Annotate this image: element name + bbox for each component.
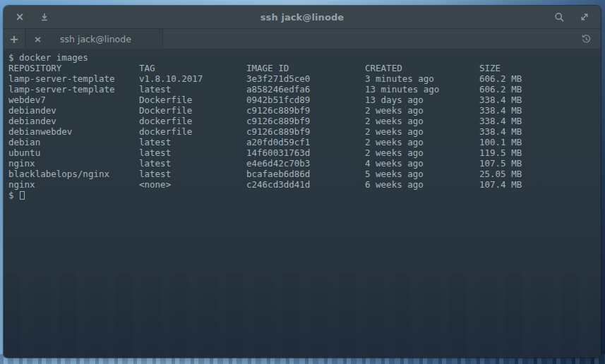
table-cell: 3 minutes ago <box>365 73 479 84</box>
table-cell: 0942b51fcd89 <box>246 95 365 105</box>
table-row: lamp-server-templatelatesta858246edfa613… <box>8 84 598 95</box>
table-cell: webdev7 <box>8 95 139 105</box>
prompt-line: $ <box>8 190 598 200</box>
table-cell: 4 weeks ago <box>365 158 479 169</box>
table-cell: ubuntu <box>8 147 139 158</box>
table-cell: 14f60031763d <box>246 147 365 158</box>
table-cell: 13 days ago <box>365 95 479 105</box>
table-cell: 338.4 MB <box>479 116 598 126</box>
table-cell: lamp-server-template <box>8 84 139 95</box>
maximize-icon <box>580 12 589 22</box>
table-header-row: REPOSITORYTAGIMAGE IDCREATEDSIZE <box>8 63 598 73</box>
table-cell: a20fd0d59cf1 <box>246 137 365 147</box>
table-cell: 338.4 MB <box>479 126 598 137</box>
download-icon <box>40 12 49 22</box>
table-cell: 3e3f271d5ce0 <box>246 73 365 84</box>
terminal-cursor <box>20 191 25 200</box>
table-cell: latest <box>139 137 246 147</box>
table-cell: 2 weeks ago <box>365 137 479 147</box>
table-cell: 107.5 MB <box>479 158 598 169</box>
window-title: ssh jack@linode <box>4 12 601 23</box>
table-cell: 107.4 MB <box>479 179 598 190</box>
new-tab-button[interactable]: + <box>4 29 25 49</box>
table-cell: v1.8.10.2017 <box>139 73 246 84</box>
command-line: $ docker images <box>8 52 598 63</box>
table-cell: 2 weeks ago <box>365 147 479 158</box>
table-cell: latest <box>139 147 246 158</box>
table-cell: c9126c889bf9 <box>246 105 365 116</box>
table-header-cell: CREATED <box>365 63 479 73</box>
table-cell: dockerfile <box>139 126 246 137</box>
table-cell: Dockerfile <box>139 105 246 116</box>
close-icon: × <box>34 34 42 44</box>
table-cell: 13 minutes ago <box>365 84 479 95</box>
table-header-cell: SIZE <box>479 63 598 73</box>
table-cell: nginx <box>8 158 139 169</box>
search-button[interactable] <box>551 9 567 25</box>
table-cell: c246cd3dd41d <box>246 179 365 190</box>
table-cell: 2 weeks ago <box>365 126 479 137</box>
table-cell: Dockerfile <box>139 95 246 105</box>
table-cell: 606.2 MB <box>479 84 598 95</box>
tabbar: + × ssh jack@linode <box>4 29 601 49</box>
table-row: debiandevdockerfilec9126c889bf92 weeks a… <box>8 116 598 126</box>
plus-icon: + <box>9 32 18 46</box>
table-cell: latest <box>139 158 246 169</box>
table-cell: debiandev <box>8 116 139 126</box>
table-cell: e4e6d42c70b3 <box>246 158 365 169</box>
docker-images-table: REPOSITORYTAGIMAGE IDCREATEDSIZElamp-ser… <box>8 63 598 190</box>
table-header-cell: IMAGE ID <box>246 63 365 73</box>
table-row: debianlatesta20fd0d59cf12 weeks ago100.1… <box>8 137 598 147</box>
table-cell: 606.2 MB <box>479 73 598 84</box>
table-cell: c9126c889bf9 <box>246 126 365 137</box>
table-cell: nginx <box>8 179 139 190</box>
table-cell: blacklabelops/nginx <box>8 169 139 179</box>
terminal-window: × ssh jack@linode <box>4 6 601 358</box>
table-cell: debian <box>8 137 139 147</box>
table-row: blacklabelops/nginxlatestbcafaeb6d86d5 w… <box>8 169 598 179</box>
table-cell: 119.5 MB <box>479 147 598 158</box>
table-row: debianwebdevdockerfilec9126c889bf92 week… <box>8 126 598 137</box>
history-icon <box>581 34 592 44</box>
table-cell: debiandev <box>8 105 139 116</box>
table-cell: 6 weeks ago <box>365 179 479 190</box>
table-cell: 2 weeks ago <box>365 116 479 126</box>
table-cell: 100.1 MB <box>479 137 598 147</box>
table-cell: c9126c889bf9 <box>246 116 365 126</box>
history-button[interactable] <box>578 31 594 47</box>
table-cell: a858246edfa6 <box>246 84 365 95</box>
table-cell: latest <box>139 84 246 95</box>
table-header-cell: TAG <box>139 63 246 73</box>
table-cell: <none> <box>139 179 246 190</box>
table-cell: debianwebdev <box>8 126 139 137</box>
table-row: debiandevDockerfilec9126c889bf92 weeks a… <box>8 105 598 116</box>
table-row: nginxlateste4e6d42c70b34 weeks ago107.5 … <box>8 158 598 169</box>
tab-close-button[interactable]: × <box>31 34 44 44</box>
table-cell: 338.4 MB <box>479 105 598 116</box>
table-row: ubuntulatest14f60031763d2 weeks ago119.5… <box>8 147 598 158</box>
table-cell: dockerfile <box>139 116 246 126</box>
prompt-symbol: $ <box>8 190 14 200</box>
table-cell: 338.4 MB <box>479 95 598 105</box>
close-icon: × <box>16 12 25 23</box>
table-header-cell: REPOSITORY <box>8 63 139 73</box>
download-button[interactable] <box>37 9 52 25</box>
tab-ssh-session[interactable]: × ssh jack@linode <box>25 29 163 49</box>
close-window-button[interactable]: × <box>12 9 28 25</box>
titlebar[interactable]: × ssh jack@linode <box>4 6 601 29</box>
table-row: webdev7Dockerfile0942b51fcd8913 days ago… <box>8 95 598 105</box>
table-row: nginx<none>c246cd3dd41d6 weeks ago107.4 … <box>8 179 598 190</box>
maximize-button[interactable] <box>577 9 592 25</box>
table-row: lamp-server-templatev1.8.10.20173e3f271d… <box>8 73 598 84</box>
table-cell: latest <box>139 169 246 179</box>
tab-label: ssh jack@linode <box>44 34 157 44</box>
table-cell: lamp-server-template <box>8 73 139 84</box>
terminal-screen[interactable]: $ docker images REPOSITORYTAGIMAGE IDCRE… <box>4 49 601 358</box>
table-cell: 2 weeks ago <box>365 105 479 116</box>
search-icon <box>554 12 565 23</box>
table-cell: bcafaeb6d86d <box>246 169 365 179</box>
table-cell: 25.05 MB <box>479 169 598 179</box>
table-cell: 5 weeks ago <box>365 169 479 179</box>
